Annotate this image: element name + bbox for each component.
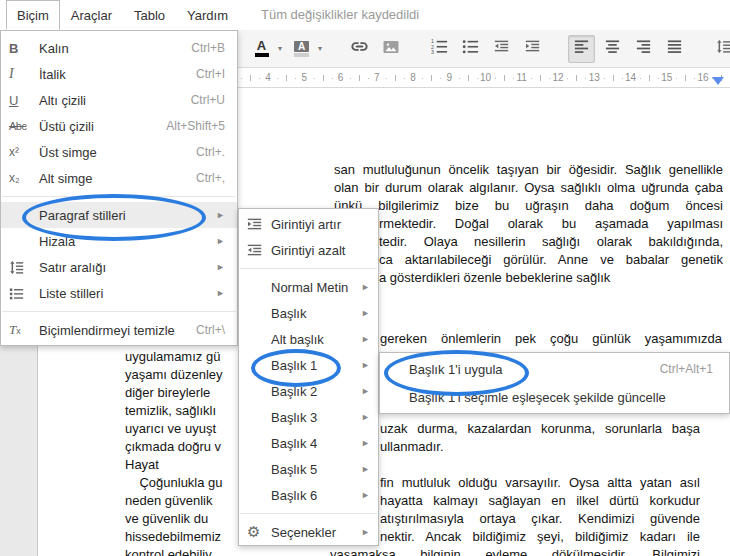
ruler-number: 9 [441,72,457,83]
menu-item-ba-l-k-5[interactable]: Başlık 5► [239,456,378,482]
menu-item-label: Başlık 3 [271,410,353,425]
line-spacing-button[interactable] [710,35,730,63]
menubar-item-ara-lar[interactable]: Araçlar [60,0,123,30]
menu-item-ba-l-k-1[interactable]: Başlık 1► [239,352,378,378]
clear-format-icon: Tx [9,322,39,338]
doc-text-line: olan bir durum olarak algılanır. Oysa sa… [334,179,723,197]
ruler-number: 16 [695,72,711,83]
menu-item-paragraf-stilleri[interactable]: Paragraf stilleri► [1,202,237,228]
highlight-color-dropdown-caret-icon[interactable]: ▾ [318,44,322,53]
menu-item-ba-l-k-4[interactable]: Başlık 4► [239,430,378,456]
menu-item-ba-l-k[interactable]: Başlık► [239,300,378,326]
menu-item-shortcut: Ctrl+B [191,41,225,55]
ruler-tick [495,78,496,79]
menu-item-girintiyi-art-r[interactable]: Girintiyi artır [239,211,378,237]
menu-item-label: Başlık 1'i seçimle eşleşecek şekilde gün… [409,390,713,405]
menubar-item-yard-m[interactable]: Yardım [176,0,239,30]
toolbar-group [566,35,690,63]
highlight-color-button[interactable]: A [288,35,315,63]
justify-button[interactable] [661,35,688,63]
menu-item-shortcut: Ctrl+I [196,67,225,81]
numbered-list-button[interactable]: 123 [426,35,453,63]
menu-item-bi-imlendirmeyi-temizle[interactable]: TxBiçimlendirmeyi temizleCtrl+\ [1,317,237,343]
decrease-indent-button[interactable] [488,35,515,63]
doc-text-line: gereken önlemlerin pek çoğu günlük yaşam… [380,330,722,348]
menu-item-normal-metin[interactable]: Normal Metin► [239,274,378,300]
menu-item-ba-l-k-1-i-uygula[interactable]: Başlık 1'i uygulaCtrl+Alt+1 [380,355,729,383]
heading1-submenu-panel: Başlık 1'i uygulaCtrl+Alt+1Başlık 1'i se… [379,352,730,414]
increase-indent-icon [525,39,540,58]
menu-item-label: Kalın [39,41,181,56]
toolbar-group: 123 [424,35,548,63]
increase-indent-button[interactable] [519,35,546,63]
ruler-tick [468,75,469,81]
doc-text-line: nektir. Ancak bildiğimiz şeyi, bildiğimi… [380,528,700,546]
insert-image-button[interactable] [377,35,404,63]
decrease-indent-icon [494,39,509,58]
doc-text-line [380,456,700,474]
document-paragraph[interactable]: san mutluluğunun öncelik taşıyan bir öğe… [334,161,723,215]
menu-item-st-izili[interactable]: AbcÜstü çiziliAlt+Shift+5 [1,113,237,139]
document-paragraph[interactable]: yaşamaksa bilginin eyleme dökülmesidir. … [330,546,700,556]
document-paragraph[interactable]: rmektedir. Doğal olarak bu aşamada yapıl… [379,215,723,287]
submenu-arrow-icon: ► [216,210,225,220]
submenu-arrow-icon: ► [361,438,370,448]
line-spacing-icon [9,260,39,275]
menu-item-label: İtalik [39,67,186,82]
menu-item-hizala[interactable]: Hizala► [1,228,237,254]
align-right-button[interactable] [630,35,657,63]
submenu-arrow-icon: ► [361,360,370,370]
ruler-tick [314,78,315,79]
ruler-tick [685,75,686,81]
doc-text-line: ullanmadır. [380,438,700,456]
insert-link-button[interactable] [346,35,373,63]
align-center-button[interactable] [599,35,626,63]
menu-item-i-talik[interactable]: IİtalikCtrl+I [1,61,237,87]
menu-item-girintiyi-azalt[interactable]: Girintiyi azalt [239,237,378,263]
menubar-item-bi-im[interactable]: Biçim [6,0,60,30]
ruler-tick [395,75,396,81]
menu-separator [2,311,236,312]
menu-item-alt-ba-l-k[interactable]: Alt başlık► [239,326,378,352]
bold-icon: B [9,41,39,56]
align-right-icon [635,38,652,59]
ruler-tick [241,78,242,79]
menu-item-ba-l-k-2[interactable]: Başlık 2► [239,378,378,404]
text-color-button[interactable]: A [248,35,275,63]
highlight-color-icon: A [294,41,309,57]
align-left-button[interactable] [568,35,595,63]
text-color-dropdown-caret-icon[interactable]: ▾ [278,44,282,53]
ruler-number: 4 [260,72,276,83]
italic-icon: I [9,66,39,82]
menu-item-kal-n[interactable]: BKalınCtrl+B [1,35,237,61]
menu-item-label: Başlık 1 [271,358,353,373]
menubar-item-tablo[interactable]: Tablo [123,0,176,30]
doc-text-line: ünkü bilgilerimiz bize bu uğraşın daha d… [334,197,723,215]
ruler-tick [649,75,650,81]
menu-item-ba-l-k-6[interactable]: Başlık 6► [239,482,378,508]
align-center-icon [604,38,621,59]
menu-item-alt-simge[interactable]: x₂Alt simgeCtrl+, [1,165,237,191]
menu-item-label: Üstü çizili [39,119,156,134]
menu-item-shortcut: Alt+Shift+5 [166,119,225,133]
menu-item-st-simge[interactable]: x²Üst simgeCtrl+. [1,139,237,165]
menu-item-alt-izili[interactable]: UAltı çiziliCtrl+U [1,87,237,113]
doc-text-line: a gösterdikleri özenle bebeklerine sağlı… [379,269,723,287]
menu-item-shortcut: Ctrl+\ [196,323,225,337]
submenu-arrow-icon: ► [361,282,370,292]
menu-item-liste-stilleri[interactable]: Liste stilleri► [1,280,237,306]
right-indent-marker-icon[interactable] [712,77,724,85]
menu-item-label: Normal Metin [271,280,353,295]
menu-bar: BiçimAraçlarTabloYardım Tüm değişiklikle… [0,0,730,30]
ruler-tick [359,75,360,81]
menu-item-se-enekler[interactable]: ⚙Seçenekler► [239,519,378,545]
document-paragraph[interactable]: uzak durma, kazalardan korunma, sorunlar… [380,420,700,546]
bulleted-list-button[interactable] [457,35,484,63]
numbered-list-icon: 123 [431,38,448,59]
menu-item-ba-l-k-1-i-se-imle-e-le-ecek-ekilde-g-ncelle[interactable]: Başlık 1'i seçimle eşleşecek şekilde gün… [380,383,729,411]
insert-link-icon [350,37,369,60]
menu-item-ba-l-k-3[interactable]: Başlık 3► [239,404,378,430]
menu-item-sat-r-aral[interactable]: Satır aralığı► [1,254,237,280]
ruler-tick [286,75,287,81]
save-status: Tüm değişiklikler kaydedildi [261,0,419,30]
